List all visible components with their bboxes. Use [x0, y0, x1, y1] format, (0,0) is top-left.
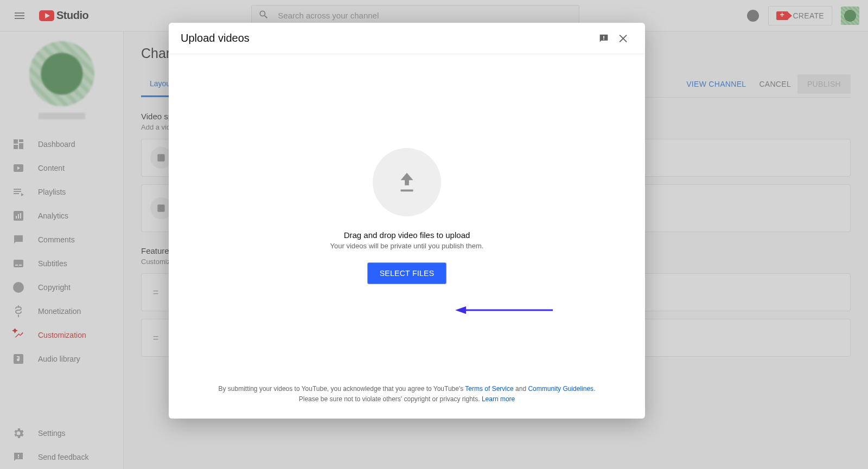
select-files-button[interactable]: SELECT FILES: [368, 263, 446, 284]
dropzone-subtext: Your videos will be private until you pu…: [330, 242, 484, 250]
modal-legal: By submitting your videos to YouTube, yo…: [169, 377, 645, 419]
svg-rect-19: [603, 36, 604, 38]
svg-marker-22: [455, 306, 466, 314]
modal-title: Upload videos: [181, 32, 594, 44]
upload-dropzone[interactable]: Drag and drop video files to upload Your…: [169, 54, 645, 377]
learn-more-link[interactable]: Learn more: [482, 395, 515, 403]
annotation-arrow: [455, 305, 553, 316]
upload-icon: [373, 148, 441, 216]
upload-videos-modal: Upload videos Drag and drop video files …: [169, 23, 645, 419]
feedback-icon[interactable]: [594, 29, 614, 48]
guidelines-link[interactable]: Community Guidelines: [528, 385, 593, 393]
svg-rect-20: [603, 38, 604, 40]
dropzone-text: Drag and drop video files to upload: [344, 230, 470, 240]
close-icon[interactable]: [614, 29, 633, 48]
tos-link[interactable]: Terms of Service: [465, 385, 513, 393]
